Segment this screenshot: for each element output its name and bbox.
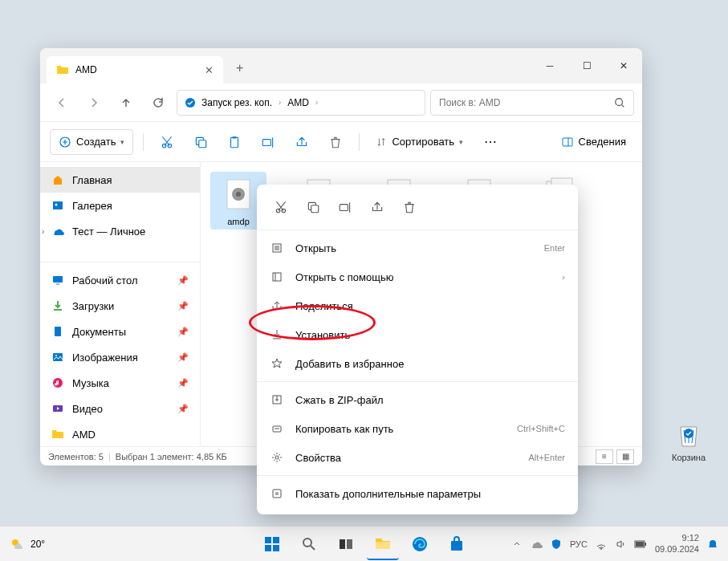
store-button[interactable] — [441, 528, 473, 560]
sidebar-item-downloads[interactable]: Загрузки 📌 — [40, 293, 200, 319]
maximize-button[interactable]: ☐ — [568, 48, 605, 83]
weather-widget[interactable]: 20° — [10, 536, 45, 552]
task-view-button[interactable] — [330, 528, 362, 560]
refresh-button[interactable] — [144, 89, 172, 116]
svg-rect-33 — [311, 205, 319, 213]
share-button[interactable] — [288, 129, 315, 155]
svg-rect-49 — [347, 539, 352, 549]
svg-rect-55 — [645, 543, 646, 546]
breadcrumb-root[interactable]: Запуск рез. коп. — [184, 96, 272, 109]
close-button[interactable]: ✕ — [605, 48, 642, 83]
pictures-icon — [51, 351, 64, 364]
battery-icon[interactable] — [634, 540, 647, 548]
sidebar-item-desktop[interactable]: Рабочий стол 📌 — [40, 267, 200, 293]
view-grid-button[interactable]: ▦ — [616, 449, 634, 464]
ctx-install[interactable]: Установить — [257, 320, 578, 349]
ctx-open[interactable]: Открыть Enter — [257, 234, 578, 262]
search-button[interactable] — [293, 528, 325, 560]
ctx-properties[interactable]: Свойства Alt+Enter — [257, 443, 578, 472]
svg-rect-14 — [55, 327, 61, 336]
pin-icon: 📌 — [177, 404, 189, 414]
plus-circle-icon — [59, 136, 71, 148]
chevron-right-icon[interactable]: › — [42, 227, 44, 236]
delete-button[interactable] — [397, 194, 422, 220]
ctx-share[interactable]: Поделиться — [257, 291, 578, 320]
language-indicator[interactable]: РУС — [570, 539, 588, 549]
defender-tray-icon[interactable] — [551, 539, 562, 550]
onedrive-tray-icon[interactable] — [530, 538, 543, 551]
ctx-copy-path[interactable]: Копировать как путь Ctrl+Shift+C — [257, 414, 578, 443]
music-icon — [51, 376, 64, 389]
sidebar-item-gallery[interactable]: Галерея — [40, 193, 200, 218]
ctx-more-options[interactable]: Показать дополнительные параметры — [257, 479, 578, 508]
notifications-icon[interactable] — [707, 539, 718, 550]
rename-button[interactable] — [332, 194, 358, 220]
video-icon — [51, 402, 64, 415]
explorer-taskbar-button[interactable] — [367, 528, 399, 560]
minimize-button[interactable]: ─ — [531, 48, 568, 83]
back-button[interactable] — [48, 89, 75, 116]
svg-point-21 — [236, 192, 241, 197]
pin-icon: 📌 — [177, 378, 189, 388]
star-icon — [270, 357, 284, 370]
search-input[interactable] — [439, 97, 614, 108]
up-button[interactable] — [112, 89, 140, 116]
chevron-right-icon: › — [562, 272, 565, 282]
sidebar-item-amd[interactable]: AMD — [40, 421, 200, 446]
paste-button[interactable] — [221, 129, 248, 155]
search-icon — [614, 97, 625, 108]
recycle-bin[interactable]: Корзина — [672, 417, 706, 462]
new-tab-button[interactable]: + — [230, 58, 250, 79]
sort-button[interactable]: Сортировать ▾ — [369, 129, 470, 155]
sidebar-item-pictures[interactable]: Изображения 📌 — [40, 344, 200, 370]
svg-rect-13 — [53, 276, 63, 283]
svg-rect-44 — [273, 537, 279, 543]
svg-rect-52 — [451, 541, 462, 551]
rename-button[interactable] — [254, 129, 282, 155]
close-icon[interactable]: ✕ — [205, 64, 214, 76]
share-button[interactable] — [364, 194, 390, 220]
breadcrumb[interactable]: Запуск рез. коп. › AMD › — [177, 90, 425, 116]
context-toolbar — [257, 191, 578, 226]
sidebar-item-home[interactable]: Главная — [40, 167, 200, 193]
sidebar-item-music[interactable]: Музыка 📌 — [40, 370, 200, 396]
folder-icon — [51, 428, 64, 441]
copy-button[interactable] — [187, 129, 214, 155]
svg-rect-10 — [563, 138, 572, 146]
more-button[interactable]: ⋯ — [476, 134, 505, 149]
copy-path-icon — [270, 422, 284, 435]
cut-button[interactable] — [153, 129, 181, 155]
volume-icon[interactable] — [615, 539, 626, 550]
pin-icon: 📌 — [177, 327, 189, 337]
ctx-open-with[interactable]: Открыть с помощью › — [257, 262, 578, 291]
share-icon — [270, 299, 284, 312]
breadcrumb-current[interactable]: AMD — [287, 97, 309, 108]
sidebar-item-onedrive[interactable]: › Тест — Личное — [40, 218, 200, 244]
search-box[interactable] — [430, 90, 634, 116]
edge-button[interactable] — [404, 528, 436, 560]
taskbar-center — [256, 528, 473, 560]
ctx-favorite[interactable]: Добавить в избранное — [257, 349, 578, 378]
start-button[interactable] — [256, 528, 288, 560]
clock[interactable]: 9:12 09.09.2024 — [655, 533, 699, 554]
forward-button[interactable] — [80, 89, 108, 116]
svg-point-53 — [600, 548, 602, 550]
svg-point-16 — [55, 355, 57, 356]
details-button[interactable]: Сведения — [555, 129, 632, 155]
copy-button[interactable] — [300, 194, 326, 220]
cut-button[interactable] — [268, 194, 294, 220]
chevron-down-icon: ▾ — [459, 138, 463, 146]
svg-point-12 — [55, 204, 58, 206]
toolbar: Создать ▾ Сортировать ▾ ⋯ Сведения — [40, 122, 642, 162]
sidebar-item-video[interactable]: Видео 📌 — [40, 396, 200, 421]
view-list-button[interactable]: ≡ — [596, 449, 613, 464]
delete-button[interactable] — [322, 129, 349, 155]
sidebar-item-documents[interactable]: Документы 📌 — [40, 319, 200, 344]
tray-chevron-icon[interactable] — [512, 539, 522, 549]
open-with-icon — [270, 270, 284, 283]
tab-active[interactable]: AMD ✕ — [47, 56, 223, 83]
network-icon[interactable] — [596, 539, 607, 550]
svg-rect-46 — [273, 545, 279, 551]
ctx-zip[interactable]: Сжать в ZIP-файл — [257, 385, 578, 414]
create-button[interactable]: Создать ▾ — [50, 129, 133, 155]
